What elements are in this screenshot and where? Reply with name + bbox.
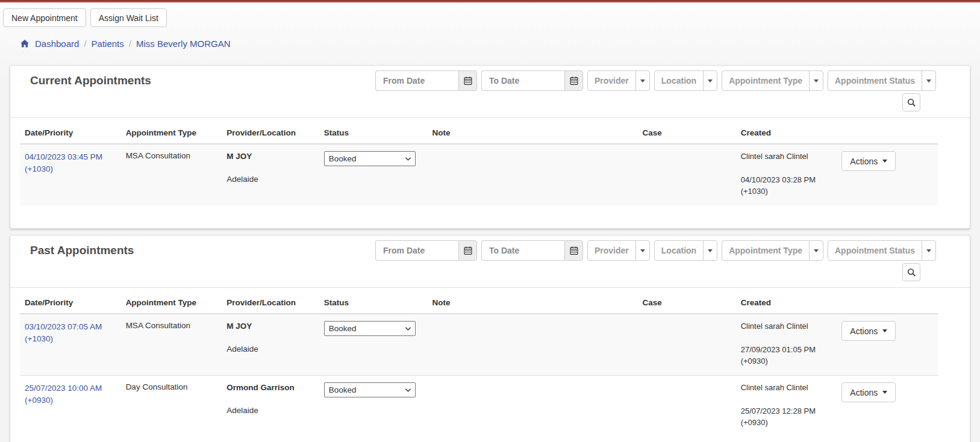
col-appointment-type: Appointment Type xyxy=(121,291,222,314)
past-appointments-title: Past Appointments xyxy=(30,244,134,257)
location-dropdown[interactable]: Location xyxy=(654,70,717,91)
current-appointments-heading: Current Appointments Provider xyxy=(10,66,970,118)
col-date-priority: Date/Priority xyxy=(20,291,121,314)
breadcrumb-patients[interactable]: Patients xyxy=(92,39,124,49)
past-to-date-group xyxy=(481,240,583,261)
created-cell: Clintel sarah Clintel 04/10/2023 03:28 P… xyxy=(736,144,837,205)
note-cell xyxy=(428,144,638,205)
calendar-icon[interactable] xyxy=(458,70,477,91)
col-status: Status xyxy=(319,122,428,144)
chevron-down-icon xyxy=(703,241,717,260)
breadcrumb-patient-name[interactable]: Miss Beverly MORGAN xyxy=(136,39,231,49)
appointment-type-cell: MSA Consultation xyxy=(121,314,222,376)
col-status: Status xyxy=(319,291,428,314)
appointment-date-link[interactable]: 25/07/2023 10:00 AM (+0930) xyxy=(25,382,116,406)
caret-down-icon xyxy=(882,391,887,394)
status-select[interactable]: Booked xyxy=(324,382,416,397)
col-note: Note xyxy=(428,122,638,144)
past-appointments-heading: Past Appointments Provider xyxy=(10,235,970,288)
actions-button[interactable]: Actions xyxy=(841,151,896,171)
col-case: Case xyxy=(638,122,736,144)
col-provider-location: Provider/Location xyxy=(222,122,319,144)
status-select[interactable]: Booked xyxy=(324,151,416,166)
chevron-down-icon xyxy=(635,241,649,260)
col-provider-location: Provider/Location xyxy=(222,291,319,314)
search-button[interactable] xyxy=(902,263,920,281)
toolbar: New Appointment Assign Wait List xyxy=(0,2,980,27)
case-cell xyxy=(638,314,736,376)
chevron-down-icon xyxy=(809,241,823,260)
provider-location-cell: Ormond Garrison Adelaide xyxy=(222,376,319,437)
appointment-status-dropdown[interactable]: Appointment Status xyxy=(828,70,936,91)
past-appointments-panel: Past Appointments Provider xyxy=(10,235,970,442)
status-select-wrap: Booked xyxy=(324,151,416,166)
appointment-status-dropdown-label: Appointment Status xyxy=(828,71,922,90)
search-icon xyxy=(907,98,916,107)
from-date-input[interactable] xyxy=(375,70,458,91)
provider-dropdown-label: Provider xyxy=(588,241,635,260)
appointment-type-dropdown-label: Appointment Type xyxy=(722,241,809,260)
appointment-type-dropdown-label: Appointment Type xyxy=(722,71,809,90)
current-appointments-table: Date/Priority Appointment Type Provider/… xyxy=(20,122,938,205)
breadcrumb-separator: / xyxy=(84,39,86,49)
breadcrumb-separator: / xyxy=(129,39,131,49)
to-date-input[interactable] xyxy=(481,240,564,261)
assign-wait-list-button[interactable]: Assign Wait List xyxy=(90,8,167,27)
appointment-status-dropdown-label: Appointment Status xyxy=(828,241,922,260)
status-select-wrap: Booked xyxy=(324,382,416,397)
case-cell xyxy=(638,144,736,205)
col-case: Case xyxy=(638,291,736,314)
calendar-icon[interactable] xyxy=(564,70,583,91)
past-appointments-table: Date/Priority Appointment Type Provider/… xyxy=(20,291,938,437)
appointment-type-dropdown[interactable]: Appointment Type xyxy=(722,240,823,261)
calendar-icon[interactable] xyxy=(458,240,477,261)
appointment-date-link[interactable]: 04/10/2023 03:45 PM (+1030) xyxy=(25,151,116,175)
chevron-down-icon xyxy=(809,71,823,90)
appointment-type-cell: MSA Consultation xyxy=(121,144,222,205)
col-created: Created xyxy=(736,291,837,314)
search-button[interactable] xyxy=(902,93,920,111)
note-cell xyxy=(428,314,638,376)
table-row: 25/07/2023 10:00 AM (+0930) Day Consulta… xyxy=(20,376,938,437)
home-icon[interactable] xyxy=(20,39,30,48)
appointment-type-dropdown[interactable]: Appointment Type xyxy=(722,70,823,91)
table-row: 04/10/2023 03:45 PM (+1030) MSA Consulta… xyxy=(20,144,938,205)
chevron-down-icon xyxy=(922,71,935,90)
from-date-input[interactable] xyxy=(375,240,458,261)
chevron-down-icon xyxy=(635,71,649,90)
col-created: Created xyxy=(736,122,837,144)
provider-dropdown[interactable]: Provider xyxy=(587,70,650,91)
col-date-priority: Date/Priority xyxy=(20,122,121,144)
past-from-date-group xyxy=(375,240,477,261)
actions-button[interactable]: Actions xyxy=(841,321,896,341)
to-date-input[interactable] xyxy=(481,70,564,91)
current-to-date-group xyxy=(481,70,583,91)
created-cell: Clintel sarah Clintel 27/09/2023 01:05 P… xyxy=(736,314,837,376)
current-filter-group: Provider Location Appointment Type Appoi… xyxy=(375,70,936,91)
provider-dropdown-label: Provider xyxy=(588,71,635,90)
provider-location-cell: M JOY Adelaide xyxy=(222,144,319,205)
current-from-date-group xyxy=(375,70,477,91)
appointment-type-cell: Day Consultation xyxy=(121,376,222,437)
status-select-wrap: Booked xyxy=(324,321,416,336)
location-dropdown-label: Location xyxy=(655,71,703,90)
caret-down-icon xyxy=(882,329,887,332)
created-cell: Clintel sarah Clintel 25/07/2023 12:28 P… xyxy=(736,376,837,437)
case-cell xyxy=(638,376,736,437)
provider-dropdown[interactable]: Provider xyxy=(587,240,650,261)
breadcrumb: Dashboard / Patients / Miss Beverly MORG… xyxy=(20,39,980,49)
calendar-icon[interactable] xyxy=(564,240,583,261)
col-appointment-type: Appointment Type xyxy=(121,122,222,144)
new-appointment-button[interactable]: New Appointment xyxy=(3,8,86,27)
location-dropdown[interactable]: Location xyxy=(654,240,717,261)
status-select[interactable]: Booked xyxy=(324,321,416,336)
appointment-status-dropdown[interactable]: Appointment Status xyxy=(828,240,936,261)
appointment-date-link[interactable]: 03/10/2023 07:05 AM (+1030) xyxy=(25,321,116,345)
col-actions xyxy=(837,122,938,144)
current-appointments-panel: Current Appointments Provider xyxy=(10,65,970,229)
past-filter-group: Provider Location Appointment Type Appoi… xyxy=(375,240,936,261)
provider-location-cell: M JOY Adelaide xyxy=(222,314,319,376)
breadcrumb-dashboard[interactable]: Dashboard xyxy=(35,39,79,49)
col-note: Note xyxy=(428,291,638,314)
actions-button[interactable]: Actions xyxy=(841,382,896,402)
